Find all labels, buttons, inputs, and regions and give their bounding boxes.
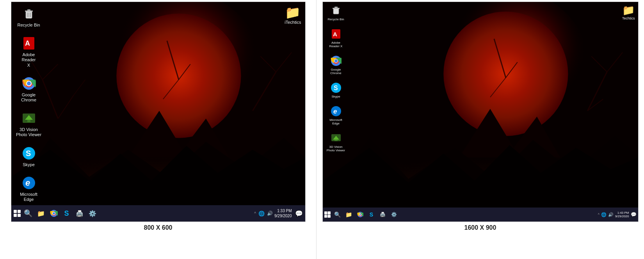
right-wallpaper [323,2,638,222]
right-chrome-icon[interactable]: GoogleChrome [324,55,348,75]
taskbar-tray: ^ 🌐 🔊 [254,211,273,216]
taskbar-date: 9/29/2020 [274,213,292,218]
recycle-bin-img [21,6,37,21]
itechtics-icon[interactable]: 📁 iTechtics [285,5,301,25]
right-recycle-bin-label: Recycle Bin [327,18,344,21]
skype-taskbar-icon[interactable]: S [61,208,73,219]
right-screen-wrapper: 📁 Techtics Recycle Bin [316,0,644,259]
left-screen: Recycle Bin A Adobe ReaderX [11,2,306,222]
right-desktop-icons: Recycle Bin A AdobeReader X [323,2,350,208]
left-wallpaper [11,2,305,222]
taskbar-pinned-icons: 🔍 📁 S [22,208,253,219]
microsoft-edge-img: e [21,175,37,191]
screens-container: Recycle Bin A Adobe ReaderX [0,0,644,259]
svg-text:e: e [333,108,337,115]
svg-point-43 [443,12,568,136]
right-adobe-img: A [330,28,342,40]
svg-rect-70 [334,140,338,141]
skype-img: S [21,145,37,161]
right-chrome-taskbar[interactable] [355,209,365,220]
svg-text:S: S [26,149,31,158]
settings-taskbar-icon[interactable]: ⚙️ [87,208,98,219]
tray-arrow[interactable]: ^ [254,211,256,216]
right-skype-icon[interactable]: S Skype [324,82,348,99]
right-action-center[interactable]: 💬 [631,212,637,217]
tray-volume-icon: 🔊 [267,211,273,216]
right-taskbar-time: 1:43 PM [617,211,629,215]
print-taskbar-icon[interactable]: 🖨️ [74,208,85,219]
right-adobe-icon[interactable]: A AdobeReader X [324,28,348,48]
right-itechtics-icon[interactable]: 📁 Techtics [622,4,635,21]
left-screen-wrapper: Recycle Bin A Adobe ReaderX [0,0,316,259]
right-print-taskbar[interactable]: 🖨️ [378,209,388,220]
right-taskbar: 🔍 📁 S 🖨️ ⚙️ ^ [323,208,638,222]
itechtics-img: 📁 [285,5,301,20]
right-taskbar-date: 9/29/2020 [615,215,629,218]
right-edge-icon[interactable]: e MicrosoftEdge [324,105,348,126]
svg-text:S: S [334,85,338,91]
right-3dvision-img [330,132,342,144]
svg-rect-57 [334,7,338,8]
right-tray-network: 🌐 [601,212,607,217]
right-explorer-taskbar[interactable]: 📁 [344,209,354,220]
recycle-bin-icon[interactable]: Recycle Bin [15,6,43,28]
svg-point-63 [334,59,338,62]
google-chrome-icon[interactable]: GoogleChrome [15,76,43,103]
taskbar-time: 1:33 PM [277,208,292,213]
cortana-icon[interactable]: 🔍 [22,208,34,219]
right-tray-arrow[interactable]: ^ [598,213,600,216]
right-3dvision-icon[interactable]: 3D VisionPhoto Viewer [324,132,348,153]
right-recycle-bin-img [330,4,342,17]
right-adobe-label: AdobeReader X [329,41,343,48]
skype-icon[interactable]: S Skype [15,145,43,167]
right-itechtics-label: Techtics [622,16,635,21]
left-desktop-icons: Recycle Bin A Adobe ReaderX [11,2,46,206]
3d-vision-label: 3D VisionPhoto Viewer [16,127,41,137]
start-button[interactable] [14,210,21,217]
right-skype-img: S [330,82,342,94]
right-cortana-taskbar[interactable]: 🔍 [333,209,343,220]
right-settings-taskbar[interactable]: ⚙️ [389,209,399,220]
right-tray-volume: 🔊 [608,212,614,217]
microsoft-edge-icon[interactable]: e MicrosoftEdge [15,175,43,202]
right-edge-img: e [330,105,342,117]
svg-rect-32 [27,120,30,122]
right-chrome-img [330,55,342,67]
skype-label: Skype [23,162,35,167]
right-chrome-label: GoogleChrome [330,68,341,75]
right-itechtics-img: 📁 [622,4,635,16]
left-taskbar: 🔍 📁 S [11,205,305,222]
right-taskbar-tray: ^ 🌐 🔊 1:43 PM 9/29/2020 💬 [598,211,637,218]
right-edge-label: MicrosoftEdge [329,118,342,126]
3d-vision-icon[interactable]: 3D VisionPhoto Viewer [15,110,43,137]
svg-point-29 [27,82,31,85]
right-3dvision-label: 3D VisionPhoto Viewer [327,145,345,153]
svg-point-40 [53,212,55,215]
chrome-taskbar-icon[interactable] [48,208,60,219]
svg-text:e: e [25,178,30,188]
right-recycle-bin-icon[interactable]: Recycle Bin [324,4,348,21]
google-chrome-label: GoogleChrome [21,92,36,103]
svg-rect-55 [333,9,339,14]
right-skype-label: Skype [331,95,340,99]
adobe-reader-label: Adobe ReaderX [15,52,43,68]
file-explorer-taskbar-icon[interactable]: 📁 [35,208,47,219]
adobe-reader-icon[interactable]: A Adobe ReaderX [15,35,43,68]
adobe-reader-img: A [21,35,37,51]
right-skype-taskbar[interactable]: S [366,209,377,220]
google-chrome-img [21,76,37,91]
svg-text:A: A [25,39,30,47]
taskbar-clock[interactable]: 1:33 PM 9/29/2020 [274,208,292,218]
left-caption: 800 X 600 [144,224,173,231]
tray-network-icon: 🌐 [258,211,265,216]
svg-point-74 [359,214,361,215]
3d-vision-img [21,110,37,126]
microsoft-edge-label: MicrosoftEdge [20,192,37,202]
right-screen: 📁 Techtics Recycle Bin [322,2,639,222]
action-center-icon[interactable]: 💬 [295,210,303,217]
svg-text:A: A [333,31,337,37]
itechtics-label: iTechtics [285,20,301,25]
right-taskbar-clock[interactable]: 1:43 PM 9/29/2020 [615,211,629,218]
right-start-button[interactable] [324,211,331,218]
right-caption: 1600 X 900 [464,224,496,231]
